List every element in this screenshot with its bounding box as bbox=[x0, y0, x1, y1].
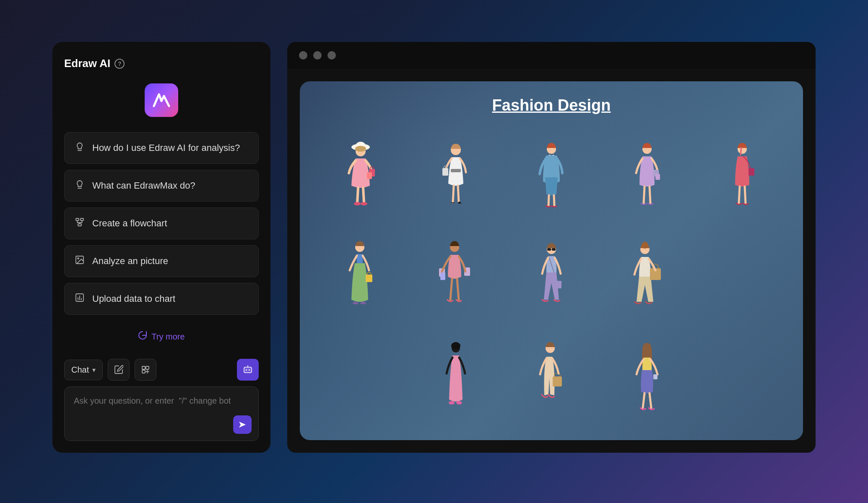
figures-grid bbox=[315, 124, 788, 425]
logo-container bbox=[64, 83, 259, 117]
chart-icon bbox=[74, 293, 86, 305]
svg-rect-66 bbox=[552, 248, 556, 251]
content-area: Fashion Design bbox=[287, 69, 816, 453]
menu-item-analysis[interactable]: How do I use Edraw AI for analysis? bbox=[64, 132, 259, 164]
svg-point-28 bbox=[355, 146, 366, 152]
lightbulb-icon-1 bbox=[74, 142, 86, 154]
menu-item-edrawmax[interactable]: What can EdrawMax do? bbox=[64, 170, 259, 202]
traffic-light-3 bbox=[327, 51, 336, 60]
svg-point-57 bbox=[360, 302, 366, 304]
refresh-icon bbox=[138, 331, 147, 342]
panel-header: Edraw AI ? bbox=[64, 57, 259, 70]
chevron-down-icon: ▾ bbox=[92, 366, 96, 374]
send-button[interactable] bbox=[233, 415, 252, 434]
traffic-light-2 bbox=[313, 51, 322, 60]
figure-empty-2 bbox=[696, 328, 788, 425]
svg-point-10 bbox=[78, 258, 79, 259]
svg-rect-39 bbox=[442, 168, 448, 176]
svg-line-44 bbox=[644, 187, 645, 203]
svg-rect-16 bbox=[146, 366, 149, 369]
chat-selector-label: Chat bbox=[71, 365, 89, 375]
figure-3 bbox=[506, 124, 597, 222]
figure-7 bbox=[411, 226, 502, 323]
figure-2 bbox=[411, 124, 502, 222]
help-icon[interactable]: ? bbox=[114, 59, 125, 69]
svg-line-49 bbox=[741, 147, 741, 156]
lightbulb-icon-2 bbox=[74, 179, 86, 192]
svg-point-56 bbox=[353, 302, 359, 304]
chat-input[interactable] bbox=[74, 396, 249, 406]
svg-line-37 bbox=[453, 186, 454, 202]
menu-item-text-4: Analyze an picture bbox=[92, 256, 168, 267]
bottom-controls: Chat ▾ bbox=[64, 359, 259, 441]
plus-icon-btn[interactable] bbox=[135, 359, 156, 381]
svg-rect-17 bbox=[142, 370, 145, 373]
figure-12 bbox=[506, 328, 597, 425]
svg-point-22 bbox=[249, 369, 250, 371]
svg-point-24 bbox=[247, 366, 248, 366]
svg-line-30 bbox=[363, 188, 364, 202]
fashion-design-title: Fashion Design bbox=[492, 96, 611, 114]
svg-rect-36 bbox=[451, 169, 461, 172]
svg-line-29 bbox=[357, 188, 358, 202]
menu-items: How do I use Edraw AI for analysis? What… bbox=[64, 132, 259, 315]
svg-line-42 bbox=[554, 195, 554, 206]
left-panel: Edraw AI ? How do I use Edraw AI for ana… bbox=[52, 42, 270, 453]
menu-item-text-5: Upload data to chart bbox=[92, 293, 175, 304]
svg-rect-20 bbox=[244, 367, 252, 373]
window-controls bbox=[287, 42, 816, 69]
svg-rect-50 bbox=[748, 168, 754, 176]
svg-rect-82 bbox=[653, 374, 657, 379]
svg-rect-78 bbox=[553, 376, 562, 386]
right-panel: Fashion Design bbox=[287, 42, 816, 453]
svg-line-63 bbox=[457, 279, 459, 300]
svg-point-74 bbox=[451, 342, 460, 350]
figure-10 bbox=[315, 328, 406, 425]
menu-item-upload[interactable]: Upload data to chart bbox=[64, 283, 259, 315]
figure-6 bbox=[315, 226, 406, 323]
figure-5 bbox=[696, 124, 788, 222]
app-title: Edraw AI bbox=[64, 57, 110, 70]
try-more-label: Try more bbox=[151, 332, 185, 342]
menu-item-text-2: What can EdrawMax do? bbox=[92, 180, 195, 191]
image-icon bbox=[74, 255, 86, 267]
figure-empty-1 bbox=[696, 226, 788, 323]
svg-line-52 bbox=[745, 187, 746, 203]
svg-rect-34 bbox=[367, 172, 372, 179]
svg-rect-55 bbox=[366, 275, 372, 282]
svg-rect-60 bbox=[440, 272, 445, 280]
menu-item-text-1: How do I use Edraw AI for analysis? bbox=[92, 143, 240, 153]
svg-rect-15 bbox=[142, 366, 145, 369]
chat-input-area bbox=[64, 386, 259, 441]
svg-rect-65 bbox=[547, 248, 551, 251]
app-container: Edraw AI ? How do I use Edraw AI for ana… bbox=[36, 25, 832, 478]
svg-point-76 bbox=[456, 401, 462, 404]
fashion-card: Fashion Design bbox=[300, 81, 803, 440]
menu-item-flowchart[interactable]: Create a flowchart bbox=[64, 207, 259, 239]
svg-line-41 bbox=[548, 195, 549, 206]
app-logo bbox=[145, 83, 178, 117]
svg-point-21 bbox=[246, 369, 247, 371]
svg-point-32 bbox=[361, 202, 367, 205]
figure-1 bbox=[315, 124, 406, 222]
figure-8 bbox=[506, 226, 597, 323]
figure-4 bbox=[601, 124, 693, 222]
edit-icon-btn[interactable] bbox=[108, 359, 130, 381]
svg-line-45 bbox=[650, 187, 650, 203]
ai-bot-btn[interactable] bbox=[237, 359, 259, 381]
chat-row: Chat ▾ bbox=[64, 359, 259, 381]
try-more-button[interactable]: Try more bbox=[64, 327, 259, 347]
chat-selector[interactable]: Chat ▾ bbox=[64, 360, 103, 380]
svg-line-80 bbox=[643, 393, 645, 408]
figure-11 bbox=[411, 328, 502, 425]
flowchart-icon bbox=[74, 217, 86, 230]
svg-point-31 bbox=[354, 202, 361, 205]
menu-item-analyze[interactable]: Analyze an picture bbox=[64, 245, 259, 277]
svg-line-38 bbox=[458, 186, 459, 202]
svg-line-62 bbox=[450, 279, 452, 300]
svg-line-51 bbox=[739, 187, 740, 203]
svg-rect-47 bbox=[655, 174, 660, 180]
svg-point-75 bbox=[449, 401, 455, 404]
menu-item-text-3: Create a flowchart bbox=[92, 218, 167, 229]
figure-13 bbox=[601, 328, 693, 425]
